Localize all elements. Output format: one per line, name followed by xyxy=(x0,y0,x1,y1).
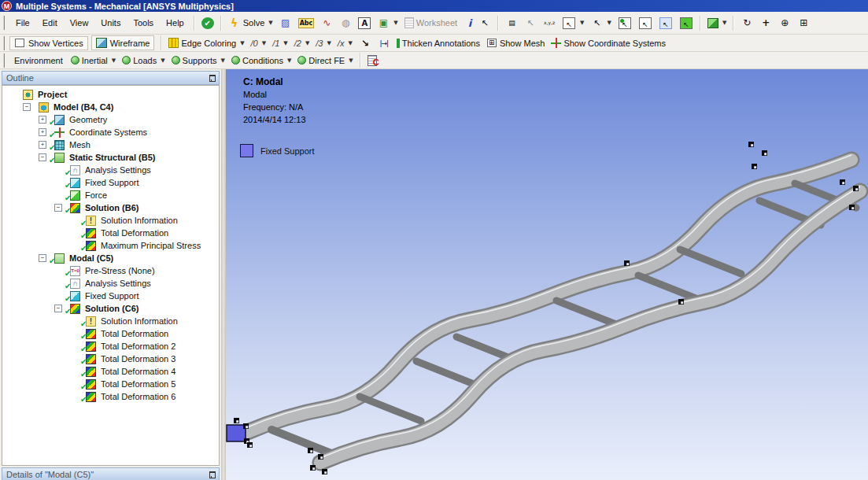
tree-item-total-deformation-1[interactable]: ✔Total Deformation xyxy=(2,327,219,340)
tree-item-geometry[interactable]: +✔Geometry xyxy=(2,113,219,126)
frame-crossmembers[interactable] xyxy=(271,183,856,454)
tree-item-total-deformation-6[interactable]: ✔Total Deformation 6 xyxy=(2,390,219,403)
new-annotation-button[interactable]: Abc xyxy=(295,16,318,31)
tree-item-analysis-settings[interactable]: ✔Analysis Settings xyxy=(2,164,219,176)
chevron-down-icon[interactable]: ▼ xyxy=(327,40,331,46)
chevron-down-icon[interactable]: ▼ xyxy=(607,20,611,26)
extend-selection-button[interactable]: ▼ xyxy=(704,16,729,31)
vertex-select-button[interactable]: ↖ xyxy=(615,15,635,31)
menu-help[interactable]: Help xyxy=(160,15,190,31)
chevron-down-icon[interactable]: ▼ xyxy=(722,20,726,26)
chevron-down-icon[interactable]: ▼ xyxy=(268,20,272,26)
collapse-icon[interactable]: − xyxy=(39,153,46,161)
select-mode-button[interactable]: ↖ ▼ xyxy=(559,15,587,31)
new-chart-button[interactable]: ∿ xyxy=(317,14,336,32)
chevron-down-icon[interactable]: ▼ xyxy=(393,20,397,26)
edge-measure-button[interactable]: |→| xyxy=(375,34,393,52)
show-vertices-button[interactable]: Show Vertices xyxy=(9,36,88,50)
edge-select-button[interactable]: ↖ xyxy=(635,15,656,31)
tree-item-pre-stress[interactable]: ✔Pre-Stress (None) xyxy=(2,264,219,277)
chevron-down-icon[interactable]: ▼ xyxy=(283,40,287,46)
collapse-icon[interactable]: − xyxy=(54,305,62,312)
direct-fe-button[interactable]: Direct FE ▼ xyxy=(294,54,356,68)
thicken-annotations-button[interactable]: Thicken Annotations xyxy=(393,36,483,50)
solve-button[interactable]: ϟ Solve ▼ xyxy=(225,14,276,32)
image-button[interactable]: ▣ ▼ xyxy=(374,14,401,32)
chevron-down-icon[interactable]: ▼ xyxy=(221,57,225,64)
menu-tools[interactable]: Tools xyxy=(127,15,160,31)
environment-worksheet-button[interactable]: C xyxy=(364,53,380,68)
menu-file[interactable]: File xyxy=(9,15,36,31)
pan-view-button[interactable]: + xyxy=(756,14,775,32)
frame-rail-near[interactable] xyxy=(320,186,860,463)
label-select-button[interactable]: ▤ xyxy=(502,14,521,32)
edge-tool-x-button[interactable]: /x▼ xyxy=(334,36,356,50)
show-errors-button[interactable]: i ↖ xyxy=(460,14,494,32)
loads-button[interactable]: Loads ▼ xyxy=(119,54,168,68)
chevron-down-icon[interactable]: ▼ xyxy=(161,57,164,64)
collapse-icon[interactable]: − xyxy=(54,204,62,212)
chevron-down-icon[interactable]: ▼ xyxy=(348,40,352,46)
wireframe-button[interactable]: Wireframe xyxy=(91,35,155,50)
expand-icon[interactable]: + xyxy=(39,116,46,124)
tree-item-fixed-support-2[interactable]: ✔Fixed Support xyxy=(2,290,219,302)
menu-units[interactable]: Units xyxy=(94,15,127,31)
chevron-down-icon[interactable]: ▼ xyxy=(287,57,291,64)
menu-edit[interactable]: Edit xyxy=(36,15,64,31)
tree-item-project[interactable]: ✔Project xyxy=(2,88,219,101)
new-section-plane-button[interactable]: ▨ xyxy=(276,14,295,32)
tree-item-total-deformation[interactable]: ✔Total Deformation xyxy=(2,227,219,239)
chevron-down-icon[interactable]: ▼ xyxy=(305,40,309,46)
pin-icon[interactable] xyxy=(209,75,215,82)
body-select-button[interactable]: ↖ xyxy=(676,15,696,31)
edge-coloring-button[interactable]: Edge Coloring ▼ xyxy=(165,35,247,50)
tree-item-solution-information[interactable]: ✔Solution Information xyxy=(2,214,219,227)
pointer-mode-button[interactable]: ↖ ▼ xyxy=(587,14,614,32)
collapse-icon[interactable]: − xyxy=(39,254,46,262)
tree-item-mesh[interactable]: +✔Mesh xyxy=(2,138,219,151)
chevron-down-icon[interactable]: ▼ xyxy=(580,20,584,26)
edge-tool-1-button[interactable]: /1▼ xyxy=(269,36,291,50)
graphics-viewport[interactable]: C: Modal Modal Frequency: N/A 2014/4/14 … xyxy=(226,69,868,480)
tree-item-solution-information-2[interactable]: ✔Solution Information xyxy=(2,315,219,327)
tree-item-total-deformation-2[interactable]: ✔Total Deformation 2 xyxy=(2,340,219,353)
face-select-button[interactable]: ↖ xyxy=(656,15,676,31)
expand-icon[interactable]: + xyxy=(39,128,46,136)
toolbar-grip[interactable] xyxy=(3,54,6,68)
show-coordinate-systems-button[interactable]: Show Coordinate Systems xyxy=(548,35,669,50)
tree-item-total-deformation-4[interactable]: ✔Total Deformation 4 xyxy=(2,365,219,378)
explode-pointer-button[interactable]: ↘ xyxy=(356,34,375,52)
fixed-support-marker[interactable] xyxy=(227,425,246,441)
coordinate-probe-button[interactable]: x,y,z xyxy=(540,14,559,32)
box-zoom-button[interactable]: ⊞ xyxy=(794,14,813,32)
tree-item-max-principal-stress[interactable]: ✔Maximum Principal Stress xyxy=(2,239,219,252)
tree-item-modal[interactable]: −✔Modal (C5) xyxy=(2,252,219,264)
tree-item-analysis-settings-2[interactable]: ✔Analysis Settings xyxy=(2,277,219,290)
tree-item-model[interactable]: −✔Model (B4, C4) xyxy=(2,101,219,113)
conditions-button[interactable]: Conditions ▼ xyxy=(228,54,294,68)
tree-item-solution-c6[interactable]: −✔Solution (C6) xyxy=(2,302,219,315)
chevron-down-icon[interactable]: ▼ xyxy=(112,57,116,64)
supports-button[interactable]: Supports ▼ xyxy=(168,54,228,68)
menu-view[interactable]: View xyxy=(64,15,95,31)
edge-tool-2-button[interactable]: /2▼ xyxy=(291,36,313,50)
tree-item-coordinate-systems[interactable]: +✔Coordinate Systems xyxy=(2,126,219,138)
chevron-down-icon[interactable]: ▼ xyxy=(240,40,244,46)
frame-rail-far[interactable] xyxy=(246,155,851,433)
tree-item-solution-b6[interactable]: −✔Solution (B6) xyxy=(2,201,219,214)
edge-tool-3-button[interactable]: /3▼ xyxy=(312,36,334,50)
tree-item-total-deformation-3[interactable]: ✔Total Deformation 3 xyxy=(2,353,219,365)
inertial-button[interactable]: Inertial ▼ xyxy=(68,54,119,68)
zoom-button[interactable]: ⊕ xyxy=(775,14,794,32)
model-canvas[interactable] xyxy=(226,69,868,480)
toolbar-grip[interactable] xyxy=(3,36,6,50)
toolbar-grip[interactable] xyxy=(3,16,6,30)
tree-item-static-structural[interactable]: −✔Static Structural (B5) xyxy=(2,151,219,164)
rotate-view-button[interactable]: ↻ xyxy=(737,14,756,32)
collapse-icon[interactable]: − xyxy=(23,103,31,111)
tree-item-fixed-support[interactable]: ✔Fixed Support xyxy=(2,176,219,189)
text-annotation-button[interactable]: A xyxy=(355,15,374,31)
tree-item-force[interactable]: ✔Force xyxy=(2,189,219,201)
ready-status-button[interactable]: ✔ xyxy=(198,15,217,31)
show-mesh-button[interactable]: ⊞ Show Mesh xyxy=(483,36,548,50)
